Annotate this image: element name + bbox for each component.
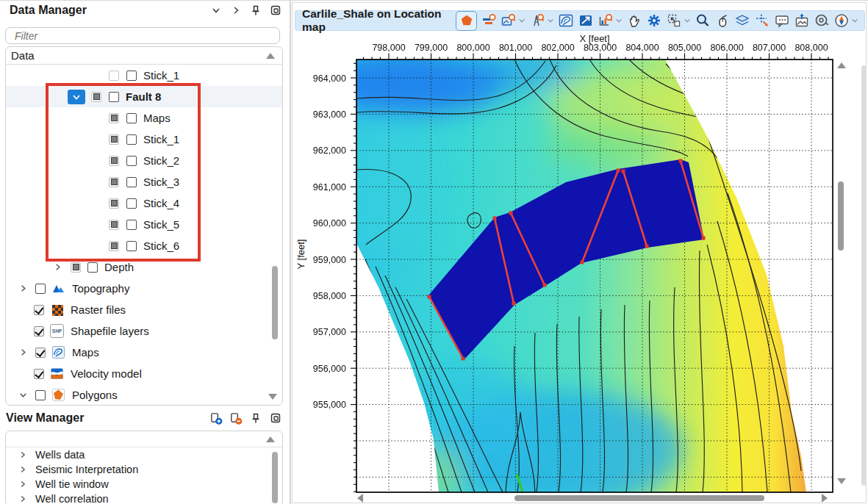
tree-row-polygons[interactable]: Polygons xyxy=(6,384,282,406)
float-window-icon[interactable] xyxy=(269,411,282,425)
view-item-seismic-interpretation[interactable]: Seismic Interpretation xyxy=(6,462,282,477)
dropdown-chevron-icon[interactable] xyxy=(615,12,623,29)
add-view-icon[interactable] xyxy=(209,411,223,425)
map-hscroll-thumb[interactable] xyxy=(514,495,764,501)
visibility-checkbox[interactable] xyxy=(35,390,46,400)
selection-checkbox[interactable] xyxy=(126,220,137,230)
collapse-chevron-icon[interactable] xyxy=(68,90,85,104)
visibility-checkbox[interactable] xyxy=(34,305,44,315)
compass-icon[interactable] xyxy=(833,12,850,29)
view-item-well-tie-window[interactable]: Well tie window xyxy=(6,477,282,492)
float-window-icon[interactable] xyxy=(269,4,282,17)
tree-row-fault-8[interactable]: Fault 8 xyxy=(6,86,282,107)
map-window-titlebar[interactable]: Carlile_Shale on Location map xyxy=(295,10,865,31)
location-map-plot[interactable]: 798,000799,000800,000801,000802,000803,0… xyxy=(292,31,868,504)
expand-chevron-icon[interactable] xyxy=(17,282,29,295)
visibility-checkbox[interactable] xyxy=(34,369,44,379)
tree-column-header[interactable]: Data xyxy=(6,47,282,65)
chevron-right-icon[interactable] xyxy=(229,4,243,17)
mouse-select-icon[interactable] xyxy=(714,12,731,29)
visibility-checkbox[interactable] xyxy=(109,134,119,145)
tree-row-stick1-top[interactable]: Stick_1 xyxy=(6,65,282,86)
visibility-checkbox[interactable] xyxy=(35,348,46,358)
selection-checkbox[interactable] xyxy=(126,156,137,166)
tree-row-stick-2[interactable]: Stick_2 xyxy=(6,150,282,171)
selection-checkbox[interactable] xyxy=(126,113,137,123)
scroll-up-icon[interactable] xyxy=(266,436,275,442)
map-hscroll-right-arrow[interactable] xyxy=(822,494,828,503)
scroll-up-icon[interactable] xyxy=(266,53,275,59)
expand-chevron-icon[interactable] xyxy=(16,493,29,504)
remove-view-icon[interactable] xyxy=(229,411,243,425)
dropdown-chevron-icon[interactable] xyxy=(547,12,554,29)
visibility-checkbox[interactable] xyxy=(35,284,46,294)
expand-chevron-icon[interactable] xyxy=(17,346,29,359)
tree-row-shapefile-layers[interactable]: SHP Shapefile layers xyxy=(6,320,282,342)
measure-icon[interactable] xyxy=(813,12,830,29)
zoom-icon[interactable] xyxy=(694,12,711,29)
map-vscroll-up-arrow[interactable] xyxy=(837,62,846,68)
visibility-checkbox[interactable] xyxy=(71,262,81,273)
expand-chevron-icon[interactable] xyxy=(16,449,29,461)
dropdown-chevron-icon[interactable] xyxy=(684,12,691,29)
survey-zoom-icon[interactable] xyxy=(528,12,545,29)
tree-row-depth[interactable]: Depth xyxy=(6,256,282,278)
selection-checkbox[interactable] xyxy=(126,134,137,145)
visibility-checkbox[interactable] xyxy=(109,113,119,123)
tree-row-stick-5[interactable]: Stick_5 xyxy=(6,214,282,235)
collapse-chevron-icon[interactable] xyxy=(17,389,29,401)
layers-icon[interactable] xyxy=(734,12,750,29)
comments-icon[interactable] xyxy=(773,12,790,29)
chevron-down-icon[interactable] xyxy=(209,4,223,17)
selection-checkbox[interactable] xyxy=(87,262,98,273)
tree-row-maps[interactable]: Maps xyxy=(6,342,282,363)
scroll-down-icon[interactable] xyxy=(268,394,277,400)
picture-zoom-icon[interactable] xyxy=(500,12,517,29)
expand-chevron-icon[interactable] xyxy=(51,261,64,273)
dropdown-chevron-icon[interactable] xyxy=(518,12,526,29)
export-image-icon[interactable] xyxy=(793,12,810,29)
tree-row-maps-child[interactable]: Maps xyxy=(6,107,282,129)
tree-row-stick-1[interactable]: Stick_1 xyxy=(6,129,282,150)
view-filter-row[interactable] xyxy=(6,431,282,447)
expand-chevron-icon[interactable] xyxy=(16,464,29,476)
tree-row-stick-3[interactable]: Stick_3 xyxy=(6,171,282,192)
map-view-icon[interactable] xyxy=(557,12,574,29)
filter-input[interactable] xyxy=(13,29,272,43)
map-vscroll-thumb[interactable] xyxy=(838,181,844,251)
visibility-checkbox[interactable] xyxy=(34,326,44,336)
window-scrollbar-thumb[interactable] xyxy=(861,65,867,486)
visibility-checkbox[interactable] xyxy=(91,92,101,102)
send-view-icon[interactable] xyxy=(577,12,594,29)
tree-row-topography[interactable]: Topography xyxy=(6,278,282,299)
visibility-checkbox[interactable] xyxy=(109,198,119,209)
selection-checkbox[interactable] xyxy=(126,71,137,81)
selection-checkbox[interactable] xyxy=(126,241,137,251)
visibility-checkbox[interactable] xyxy=(109,71,119,81)
settings-gear-icon[interactable] xyxy=(645,12,662,29)
view-item-wells-data[interactable]: Wells data xyxy=(6,447,282,462)
pan-hand-icon[interactable] xyxy=(625,12,642,29)
expand-chevron-icon[interactable] xyxy=(16,478,29,491)
polygon-fill-tool-button[interactable] xyxy=(456,11,477,31)
visibility-checkbox[interactable] xyxy=(109,241,119,251)
pin-icon[interactable] xyxy=(249,4,262,17)
resize-selection-icon[interactable] xyxy=(665,12,682,29)
selection-checkbox[interactable] xyxy=(126,198,137,209)
wells-display-icon[interactable] xyxy=(480,12,497,29)
visibility-checkbox[interactable] xyxy=(109,177,119,187)
view-item-well-correlation[interactable]: Well correlation xyxy=(6,492,282,504)
map-hscroll-left-arrow[interactable] xyxy=(357,494,363,503)
tree-row-stick-4[interactable]: Stick_4 xyxy=(6,192,282,214)
move-anchor-icon[interactable] xyxy=(753,12,770,29)
selection-checkbox[interactable] xyxy=(109,92,119,102)
tree-scrollbar-thumb[interactable] xyxy=(272,266,278,339)
tree-row-velocity-model[interactable]: Velocity model xyxy=(6,363,282,384)
visibility-checkbox[interactable] xyxy=(109,220,119,230)
chart-zoom-icon[interactable] xyxy=(597,12,614,29)
map-vscroll-down-arrow[interactable] xyxy=(837,478,846,484)
tree-row-raster-files[interactable]: Raster files xyxy=(6,299,282,320)
selection-checkbox[interactable] xyxy=(126,177,137,187)
view-scrollbar-thumb[interactable] xyxy=(272,452,278,503)
visibility-checkbox[interactable] xyxy=(109,156,119,166)
